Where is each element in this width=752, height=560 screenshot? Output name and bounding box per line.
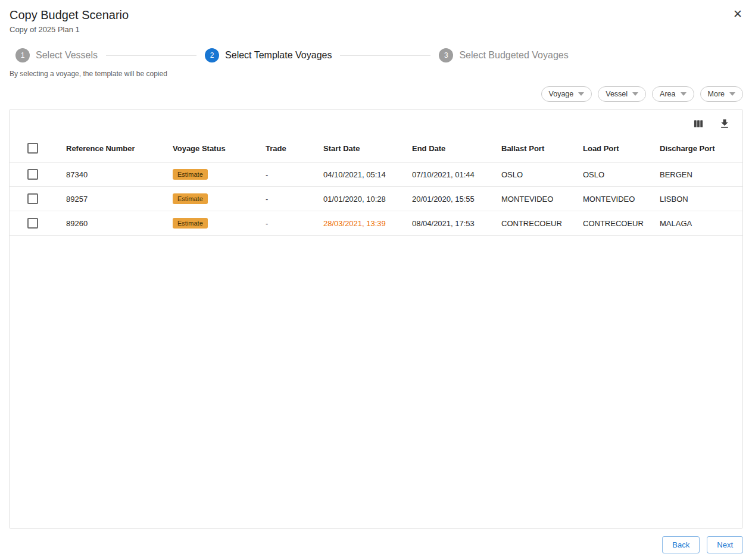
- cell-end-date: 20/01/2020, 15:55: [412, 187, 501, 211]
- cell-load-port: MONTEVIDEO: [583, 187, 660, 211]
- table-row: 87340 Estimate - 04/10/2021, 05:14 07/10…: [10, 162, 742, 187]
- step-label: Select Vessels: [36, 50, 98, 61]
- cell-start-date: 28/03/2021, 13:39: [323, 211, 412, 236]
- dialog-footer: Back Next: [0, 536, 743, 553]
- cell-reference-number: 87340: [66, 162, 173, 187]
- chevron-down-icon: [681, 92, 687, 96]
- stepper: 1 Select Vessels 2 Select Template Voyag…: [15, 48, 752, 62]
- cell-trade: -: [266, 211, 323, 236]
- filter-vessel[interactable]: Vessel: [598, 86, 646, 102]
- row-checkbox[interactable]: [27, 169, 38, 180]
- step-select-vessels[interactable]: 1 Select Vessels: [15, 48, 98, 62]
- filter-label: Area: [660, 90, 675, 98]
- step-number-badge: 1: [15, 48, 30, 62]
- filter-label: Vessel: [606, 90, 628, 98]
- cell-ballast-port: OSLO: [501, 162, 583, 187]
- column-header-ballast-port: Ballast Port: [501, 132, 583, 162]
- column-header-load-port: Load Port: [583, 132, 660, 162]
- filter-voyage[interactable]: Voyage: [541, 86, 592, 102]
- voyage-table-card: Reference Number Voyage Status Trade Sta…: [9, 109, 743, 529]
- chevron-down-icon: [578, 92, 584, 96]
- columns-icon[interactable]: [692, 118, 704, 130]
- column-header-start-date: Start Date: [323, 132, 412, 162]
- row-checkbox[interactable]: [27, 218, 38, 229]
- column-header-voyage-status: Voyage Status: [173, 132, 266, 162]
- cell-reference-number: 89257: [66, 187, 173, 211]
- cell-trade: -: [266, 187, 323, 211]
- cell-trade: -: [266, 162, 323, 187]
- cell-ballast-port: MONTEVIDEO: [501, 187, 583, 211]
- filter-bar: Voyage Vessel Area More: [0, 86, 743, 102]
- step-number-badge: 3: [439, 48, 453, 62]
- status-badge: Estimate: [173, 193, 208, 204]
- cell-load-port: OSLO: [583, 162, 660, 187]
- filter-label: Voyage: [549, 90, 574, 98]
- voyages-table: Reference Number Voyage Status Trade Sta…: [10, 132, 742, 236]
- step-connector: [340, 55, 430, 56]
- close-icon[interactable]: ✕: [732, 7, 744, 21]
- select-all-checkbox[interactable]: [27, 143, 38, 154]
- step-connector: [106, 55, 196, 56]
- chevron-down-icon: [632, 92, 638, 96]
- step-select-budgeted-voyages[interactable]: 3 Select Budgeted Voyages: [439, 48, 568, 62]
- hint-text: By selecting a voyage, the template will…: [10, 70, 752, 78]
- status-badge: Estimate: [173, 218, 208, 229]
- cell-start-date: 04/10/2021, 05:14: [323, 162, 412, 187]
- cell-reference-number: 89260: [66, 211, 173, 236]
- table-row: 89257 Estimate - 01/01/2020, 10:28 20/01…: [10, 187, 742, 211]
- cell-ballast-port: CONTRECOEUR: [501, 211, 583, 236]
- filter-label: More: [708, 90, 725, 98]
- cell-discharge-port: BERGEN: [660, 162, 742, 187]
- cell-end-date: 08/04/2021, 17:53: [412, 211, 501, 236]
- column-header-reference-number: Reference Number: [66, 132, 173, 162]
- step-select-template-voyages[interactable]: 2 Select Template Voyages: [205, 48, 332, 62]
- column-header-discharge-port: Discharge Port: [660, 132, 742, 162]
- next-button[interactable]: Next: [707, 536, 743, 553]
- column-header-trade: Trade: [266, 132, 323, 162]
- chevron-down-icon: [729, 92, 735, 96]
- filter-more[interactable]: More: [700, 86, 743, 102]
- page-title: Copy Budget Scenario: [10, 7, 742, 23]
- table-header-row: Reference Number Voyage Status Trade Sta…: [10, 132, 742, 162]
- table-toolbar: [10, 110, 742, 132]
- download-icon[interactable]: [719, 118, 731, 130]
- row-checkbox[interactable]: [27, 193, 38, 204]
- back-button[interactable]: Back: [662, 536, 700, 553]
- step-label: Select Template Voyages: [225, 50, 332, 61]
- table-row: 89260 Estimate - 28/03/2021, 13:39 08/04…: [10, 211, 742, 236]
- cell-discharge-port: LISBON: [660, 187, 742, 211]
- cell-discharge-port: MALAGA: [660, 211, 742, 236]
- filter-area[interactable]: Area: [652, 86, 694, 102]
- step-number-badge: 2: [205, 48, 219, 62]
- cell-end-date: 07/10/2021, 01:44: [412, 162, 501, 187]
- column-header-end-date: End Date: [412, 132, 501, 162]
- cell-load-port: CONTRECOEUR: [583, 211, 660, 236]
- cell-start-date: 01/01/2020, 10:28: [323, 187, 412, 211]
- dialog-header: Copy Budget Scenario Copy of 2025 Plan 1…: [0, 0, 752, 34]
- status-badge: Estimate: [173, 169, 208, 180]
- page-subtitle: Copy of 2025 Plan 1: [10, 25, 742, 34]
- step-label: Select Budgeted Voyages: [459, 50, 568, 61]
